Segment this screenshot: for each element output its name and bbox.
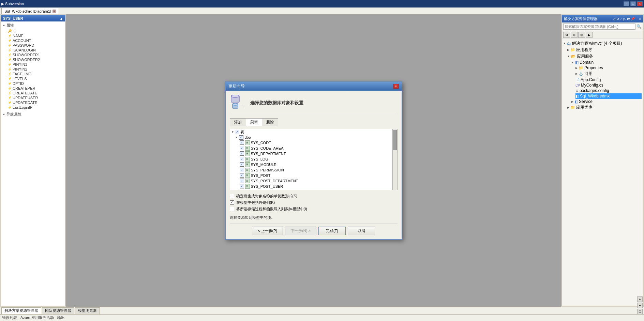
option-singular-plural[interactable]: 确定所生成对象名称的单复数形式(S) [230,193,398,199]
option-foreign-keys[interactable]: ✓ 在模型中包括外键列(K) [230,199,398,206]
rp-ctrl-5[interactable]: ⇌ [627,17,630,21]
prop-UPDATEUSER[interactable]: ⚡ UPDATEUSER [1,95,65,100]
prop-CREATEPER[interactable]: ⚡ CREATEPER [1,86,65,91]
option-stored-procs[interactable]: 将所选存储过程和函数导入到实体模型中(I) [230,206,398,212]
bottom-tab-model[interactable]: 模型浏览器 [75,307,100,314]
stree-service[interactable]: ▶ ◧ Service [571,99,642,104]
stree-app-lib[interactable]: ▶ 📁 应用类库 [567,104,642,111]
tree-SYS_LOG[interactable]: ✓ ⊞ SYS_LOG [238,156,397,162]
stree-edmx[interactable]: ◧ Sql_Wkdb.edmx [575,93,642,99]
prev-button[interactable]: < 上一步(P) [252,227,283,235]
option-fk-checkbox[interactable]: ✓ [230,200,234,205]
tab-close-btn[interactable]: × [53,10,56,13]
prop-PINYIN2[interactable]: ⚡ PINYIN2 [1,67,65,72]
rp-ctrl-4[interactable]: ▷ [623,17,626,21]
SYS_CODE-checkbox[interactable]: ✓ [240,140,244,145]
stree-references[interactable]: ▶ ⚓ 引用 [575,71,642,77]
rp-toolbar-btn-3[interactable]: ⊞ [578,32,585,38]
SYS_DEPARTMENT-checkbox[interactable]: ✓ [240,151,244,156]
rp-toolbar-btn-4[interactable]: ▶ [586,32,593,38]
rp-ctrl-minus[interactable]: − [636,17,638,21]
stree-app[interactable]: ▶ 📁 应用程序 [567,47,642,53]
prop-UPDATEDATE[interactable]: ⚡ UPDATEDATE [1,100,65,105]
prop-ID[interactable]: 🔑 ID [1,29,65,33]
properties-label: 属性 [6,23,14,28]
search-icon[interactable]: 🔍 [636,24,642,29]
SYS_CODE_AREA-checkbox[interactable]: ✓ [240,146,244,150]
SYS_MODULE-checkbox[interactable]: ✓ [240,162,244,167]
next-button[interactable]: 下一步(N) > [285,227,316,235]
tree-SYS_POST[interactable]: ✓ ⊞ SYS_POST [238,173,397,178]
tree-SYS_MODULE[interactable]: ✓ ⊞ SYS_MODULE [238,162,397,167]
rp-ctrl-close[interactable]: × [639,17,641,21]
prop-SHOWORDER1[interactable]: ⚡ SHOWORDER1 [1,52,65,57]
SYS_POST_USER-checkbox[interactable]: ✓ [240,184,244,188]
SYS_PERMISSION-checkbox[interactable]: ✓ [240,168,244,172]
search-input[interactable] [563,24,635,30]
SYS_LOG-checkbox[interactable]: ✓ [240,157,244,161]
nav-props-group[interactable]: ▼ 导航属性 [1,111,65,118]
tab-add[interactable]: 添加 [230,118,246,126]
tab-diagram[interactable]: Sql_Wkdb.edmx [Diagram1] × [1,8,59,14]
properties-group[interactable]: ▼ 属性 [1,22,65,29]
zoom-fit-btn[interactable]: ⊡ [637,309,643,314]
minimize-btn[interactable]: − [624,1,629,6]
rp-toolbar-btn-2[interactable]: ⊕ [571,32,578,38]
rp-ctrl-1[interactable]: ◁ [613,17,615,21]
tree-SYS_DEPARTMENT[interactable]: ✓ ⊞ SYS_DEPARTMENT [238,151,397,156]
finish-button[interactable]: 完成(F) [318,227,346,235]
prop-LastLoginIP[interactable]: ⚡ LastLoginIP [1,105,65,110]
rp-ctrl-pin[interactable]: 📌 [631,17,635,21]
bottom-tab-team[interactable]: 团队资源管理器 [42,307,74,314]
prop-PINYIN1[interactable]: ⚡ PINYIN1 [1,62,65,67]
SYS_POST-checkbox[interactable]: ✓ [240,173,244,178]
prop-ISCANLOGIN[interactable]: ⚡ ISCANLOGIN [1,48,65,52]
maximize-btn[interactable]: □ [630,1,636,6]
dialog-close-btn[interactable]: × [393,84,399,89]
rp-ctrl-3[interactable]: ⌂ [620,17,622,21]
tree-SYS_POST_USER[interactable]: ✓ ⊞ SYS_POST_USER [238,184,397,189]
tree-root[interactable]: ▼ ✓ 表 [230,129,397,135]
stree-properties[interactable]: ▶ 📁 Properties [575,65,642,71]
status-error-list[interactable]: 错误列表 [2,315,17,320]
scrollbar-thumb[interactable] [393,130,397,150]
prop-FACE_IMG[interactable]: ⚡ FACE_IMG [1,72,65,76]
rp-toolbar-btn-1[interactable]: ⚙ [563,32,570,38]
expand-icon[interactable]: ▲ [60,17,63,20]
bottom-tab-solution[interactable]: 解决方案资源管理器 [1,307,41,314]
prop-CREATEDATE[interactable]: ⚡ CREATEDATE [1,91,65,95]
tree-dbo[interactable]: ▼ ✓ dbo [234,135,397,140]
SYS_POST_DEPARTMENT-checkbox[interactable]: ✓ [240,179,244,183]
zoom-in-btn[interactable]: + [637,296,643,302]
stree-domain[interactable]: ▼ ◧ Domain [571,60,642,65]
zoom-out-btn[interactable]: − [637,303,643,308]
option-singular-checkbox[interactable] [230,194,234,198]
tree-SYS_PERMISSION[interactable]: ✓ ⊞ SYS_PERMISSION [238,167,397,173]
prop-SHOWORDER2[interactable]: ⚡ SHOWORDER2 [1,57,65,62]
tab-delete[interactable]: 删除 [262,118,278,126]
tab-refresh[interactable]: 刷新 [246,118,262,126]
stree-solution[interactable]: ▼ 🗂 解决方案'wkmvc' (4 个项目) [563,40,642,47]
prop-ACCOUNT[interactable]: ⚡ ACCOUNT [1,38,65,43]
prop-LEVELS[interactable]: ⚡ LEVELS [1,76,65,81]
tree-SYS_CODE[interactable]: ✓ ⊞ SYS_CODE [238,140,397,146]
rp-ctrl-2[interactable]: ↺ [616,17,619,21]
tree-SYS_CODE_AREA[interactable]: ✓ ⊞ SYS_CODE_AREA [238,146,397,151]
stree-app-service[interactable]: ▼ 📂 应用服务 [567,53,642,60]
cancel-button[interactable]: 取消 [348,227,375,235]
option-sp-checkbox[interactable] [230,207,234,211]
dialog-tree-area[interactable]: ▼ ✓ 表 ▼ ✓ dbo [230,129,398,190]
prop-DPTID[interactable]: ⚡ DPTID [1,81,65,86]
dbo-checkbox[interactable]: ✓ [239,135,243,140]
prop-PASSWORD[interactable]: ⚡ PASSWORD [1,43,65,48]
root-checkbox[interactable]: ✓ [235,130,239,134]
stree-app-config[interactable]: 📄 App.Config [575,77,642,82]
status-output[interactable]: 输出 [57,315,65,320]
prop-NAME[interactable]: ⚡ NAME [1,33,65,38]
close-btn[interactable]: × [637,1,643,6]
tree-SYS_POST_DEPARTMENT[interactable]: ✓ ⊞ SYS_POST_DEPARTMENT [238,178,397,184]
stree-myconfig[interactable]: C# MyConfig.cs [575,82,642,88]
status-azure[interactable]: Azure 应用服务活动 [20,315,54,320]
stree-packages-config[interactable]: ⚙ packages.config [575,88,642,93]
tree-scrollbar[interactable] [392,129,397,190]
